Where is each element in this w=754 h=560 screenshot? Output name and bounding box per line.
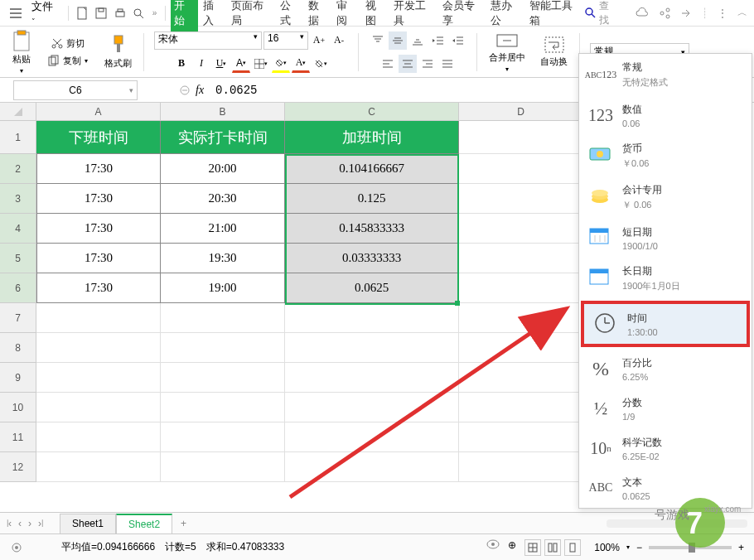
cell[interactable]: 17:30	[36, 244, 161, 273]
cell[interactable]	[459, 422, 583, 452]
sheet-nav-prev[interactable]: ‹	[18, 518, 22, 529]
row-header-8[interactable]: 8	[0, 333, 36, 363]
row-header-3[interactable]: 3	[0, 184, 36, 214]
eye-icon[interactable]	[486, 539, 500, 556]
file-menu[interactable]: 文件 ˅	[27, 0, 63, 30]
print-icon[interactable]	[112, 4, 129, 22]
save-icon[interactable]	[93, 4, 110, 22]
tab-review[interactable]: 审阅	[333, 0, 360, 31]
overflow-icon[interactable]: »	[152, 8, 157, 17]
underline-button[interactable]: U▾	[212, 55, 230, 73]
format-option-number[interactable]: 123数值0.06	[579, 95, 752, 135]
align-top-button[interactable]	[369, 31, 387, 50]
border-button[interactable]: ▾	[252, 55, 270, 73]
align-left-button[interactable]	[379, 55, 397, 73]
cell[interactable]: 0.03333333	[285, 244, 459, 273]
decrease-indent-button[interactable]	[428, 31, 447, 50]
record-macro-icon[interactable]	[10, 541, 23, 554]
format-option-scientific[interactable]: 10n科学记数6.25E-02	[579, 428, 752, 468]
zoom-level[interactable]: 100%	[594, 542, 620, 553]
cell[interactable]: 19:30	[161, 244, 285, 273]
cell[interactable]	[36, 393, 161, 422]
share-icon[interactable]	[659, 7, 670, 19]
cell[interactable]	[285, 333, 459, 363]
cut-button[interactable]: 剪切	[48, 36, 88, 51]
copy-button[interactable]: 复制▾	[45, 53, 91, 69]
cell[interactable]	[161, 363, 285, 393]
column-header-C[interactable]: C	[285, 103, 459, 121]
cell[interactable]: 17:30	[36, 184, 161, 214]
increase-font-button[interactable]: A+	[310, 31, 328, 50]
cell[interactable]	[459, 184, 583, 214]
export-icon[interactable]	[680, 7, 692, 19]
format-option-time[interactable]: 时间1:30:00	[581, 301, 750, 347]
cell[interactable]	[459, 363, 583, 393]
wrap-text-button[interactable]: 自动换	[535, 34, 573, 70]
view-normal-button[interactable]	[524, 539, 541, 556]
cell[interactable]	[459, 333, 583, 363]
cell[interactable]: 下班时间	[36, 121, 161, 154]
format-option-currency[interactable]: 货币￥0.06	[579, 135, 752, 176]
collapse-ribbon-icon[interactable]: ︿	[737, 6, 747, 20]
cell[interactable]	[36, 333, 161, 363]
cell[interactable]	[36, 422, 161, 452]
cell[interactable]	[161, 393, 285, 422]
cell[interactable]: 0.145833333	[285, 214, 459, 244]
add-sheet-button[interactable]: +	[172, 514, 195, 533]
cell[interactable]	[36, 303, 161, 333]
font-family-select[interactable]: 宋体▾	[154, 31, 262, 50]
merge-center-button[interactable]: 合并居中▾	[484, 30, 530, 75]
cell[interactable]	[36, 363, 161, 393]
hamburger-icon[interactable]	[7, 5, 25, 22]
tab-view[interactable]: 视图	[362, 0, 389, 31]
cell[interactable]: 17:30	[36, 154, 161, 184]
row-header-9[interactable]: 9	[0, 363, 36, 393]
sheet-nav-first[interactable]: ꘡‹	[7, 518, 12, 529]
row-header-6[interactable]: 6	[0, 273, 36, 303]
row-header-7[interactable]: 7	[0, 303, 36, 333]
cell[interactable]: 21:00	[161, 214, 285, 244]
format-option-general[interactable]: ABC123常规无特定格式	[579, 54, 752, 95]
cell[interactable]: 0.0625	[285, 273, 459, 303]
tab-formula[interactable]: 公式	[277, 0, 303, 31]
format-option-fraction[interactable]: ½分数 1/9	[579, 389, 752, 428]
view-break-button[interactable]	[564, 539, 581, 556]
align-middle-button[interactable]	[389, 31, 407, 50]
format-painter-button[interactable]: 格式刷	[99, 32, 137, 71]
tab-dev-tools[interactable]: 开发工具	[390, 0, 437, 31]
cell[interactable]	[459, 214, 583, 244]
row-header-12[interactable]: 12	[0, 452, 36, 482]
cell[interactable]	[459, 393, 583, 422]
justify-button[interactable]	[438, 55, 457, 73]
formula-input[interactable]	[209, 84, 540, 97]
tab-page-layout[interactable]: 页面布局	[228, 0, 275, 31]
cell[interactable]	[161, 303, 285, 333]
align-right-button[interactable]	[418, 55, 437, 73]
cell[interactable]	[459, 244, 583, 273]
align-bottom-button[interactable]	[408, 31, 427, 50]
select-all-corner[interactable]	[0, 103, 36, 121]
clear-format-button[interactable]: ▾	[312, 55, 330, 73]
sheet-tab-sheet2[interactable]: Sheet2	[116, 514, 172, 533]
tab-smart-tools[interactable]: 智能工具箱	[526, 0, 583, 31]
row-header-11[interactable]: 11	[0, 422, 36, 452]
cloud-icon[interactable]	[636, 7, 649, 19]
decrease-font-button[interactable]: A-	[330, 31, 348, 50]
format-option-short_date[interactable]: 短日期1900/1/0	[579, 218, 752, 258]
font-color-button[interactable]: A▾	[292, 55, 310, 73]
paste-button[interactable]: 粘贴▾	[7, 28, 36, 76]
cell[interactable]: 17:30	[36, 273, 161, 303]
font-size-select[interactable]: 16▾	[263, 31, 308, 50]
preview-icon[interactable]	[130, 4, 147, 22]
row-header-1[interactable]: 1	[0, 121, 36, 154]
cell[interactable]: 实际打卡时间	[161, 121, 285, 154]
font-color-a-button[interactable]: A▾	[232, 55, 250, 73]
cell[interactable]	[285, 452, 459, 482]
sheet-nav-next[interactable]: ›	[28, 518, 31, 529]
column-header-D[interactable]: D	[459, 103, 583, 121]
tab-data[interactable]: 数据	[305, 0, 331, 31]
cell[interactable]	[459, 154, 583, 184]
cancel-formula-icon[interactable]	[179, 84, 191, 96]
cell[interactable]: 20:30	[161, 184, 285, 214]
cell[interactable]: 加班时间	[285, 121, 459, 154]
